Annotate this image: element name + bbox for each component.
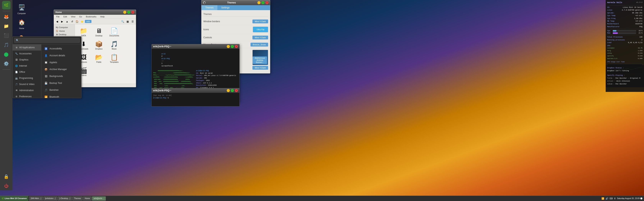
theme-controls-btn[interactable]: Mint-Y-Dark xyxy=(252,36,268,39)
menu-cat-sound[interactable]: 🎵 Sound & Video xyxy=(13,81,41,87)
fm-sidebar-home[interactable]: 🏠 Home xyxy=(55,29,74,33)
menu-cat-office[interactable]: 📄 Office xyxy=(13,69,41,75)
fm-up-btn[interactable]: ▲ xyxy=(65,19,69,23)
fm-file-desktop[interactable]: 🖥 Desktop xyxy=(92,26,106,37)
fm-icon-view-btn[interactable]: ▦ xyxy=(126,19,130,23)
menu-cat-admin[interactable]: 🛠 Administration xyxy=(13,87,41,93)
fm-file-dropbox[interactable]: 📦 Dropbox xyxy=(92,39,106,51)
terminal2-content[interactable]: [Sat Aug 20, 11:09] erik@erik-PSQ:~$ xyxy=(152,93,240,106)
fm-bookmark-btn[interactable]: ⭐ xyxy=(80,19,84,23)
terminal-maximize-btn[interactable]: □ xyxy=(231,45,234,48)
taskbar-btn-desktop[interactable]: [-/Desktop...] xyxy=(58,197,72,201)
sidebar-sep-2 xyxy=(2,69,10,70)
themes-add-themes-btn[interactable]: Add/remove desktop themes... xyxy=(252,56,267,64)
fm-menu-help[interactable]: Help xyxy=(100,15,106,18)
menu-cat-prefs[interactable]: ⚙ Preferences xyxy=(13,93,41,98)
menu-app-accessibility[interactable]: ♿ Accessibility xyxy=(42,45,80,52)
fm-back-btn[interactable]: ◀ xyxy=(55,19,59,23)
sidebar-power[interactable]: ⏻ xyxy=(2,182,10,190)
terminal2-maximize-btn[interactable]: □ xyxy=(231,89,234,92)
sidebar-mint-menu[interactable]: 🌿 xyxy=(2,1,10,9)
terminal-close-btn[interactable]: × xyxy=(235,45,238,48)
app-search-input[interactable] xyxy=(14,38,80,43)
menu-cat-graphics[interactable]: 🖼 Graphics xyxy=(13,57,41,63)
terminal2-minimize-btn[interactable]: - xyxy=(227,89,230,92)
taskbar-updates-icon[interactable]: ⬆ xyxy=(614,197,616,200)
menu-app-backup[interactable]: 💾 Backup Tool xyxy=(42,80,80,87)
file-manager-menu: File Edit View Go Bookmarks Help xyxy=(54,15,136,19)
fm-file-templates[interactable]: 📋 Templates xyxy=(108,53,121,64)
taskbar-network-icon[interactable]: 📶 xyxy=(602,197,604,200)
file-manager-minimize-btn[interactable]: - xyxy=(123,11,126,14)
themes-close-btn[interactable]: × xyxy=(266,1,268,4)
fm-home-btn[interactable]: 🏠 xyxy=(75,19,79,23)
fm-file-data[interactable]: 📁 DATA xyxy=(77,26,90,37)
fm-location-chip[interactable]: erik xyxy=(85,20,92,23)
sysinfo-sep-2 xyxy=(607,29,642,29)
file-manager-maximize-btn[interactable]: □ xyxy=(127,11,130,14)
fm-refresh-btn[interactable]: ↺ xyxy=(70,19,74,23)
fm-file-music[interactable]: 🎵 Music xyxy=(108,39,121,51)
menu-app-account[interactable]: 👤 Account details xyxy=(42,52,80,59)
fm-file-public[interactable]: 📂 Public xyxy=(92,53,106,64)
terminal-minimize-btn[interactable]: - xyxy=(227,45,230,48)
fm-file-documents[interactable]: 📄 Documents xyxy=(108,26,121,37)
sidebar-lock[interactable]: 🔒 xyxy=(2,173,10,181)
menu-app-applets[interactable]: 🔲 Applets xyxy=(42,59,80,66)
sidebar-music[interactable]: 🎵 xyxy=(2,41,10,49)
fm-menu-go[interactable]: Go xyxy=(78,15,83,18)
term-dollar: $ xyxy=(162,63,164,64)
menu-app-archive[interactable]: 📦 Archive Manager xyxy=(42,66,80,73)
theme-window-borders-btn[interactable]: Mint-Y-Dark xyxy=(252,19,268,23)
fm-sidebar-desktop[interactable]: 🖥 Desktop xyxy=(55,33,74,36)
menu-cat-accessories[interactable]: 🔧 Accessories xyxy=(13,50,41,57)
menu-cat-programming[interactable]: 💻 Programming xyxy=(13,75,41,81)
taskbar-sound-icon[interactable]: 🔊 xyxy=(606,197,608,200)
spotify-status-row: Spotify Playing : xyxy=(607,74,642,77)
cat-all-label: All Applications xyxy=(19,46,35,49)
fm-menu-file[interactable]: File xyxy=(56,15,60,18)
cat-net-icon: 🌐 xyxy=(15,64,18,67)
themes-tab-settings[interactable]: Settings xyxy=(217,5,233,10)
theme-icons-preview[interactable]: Ultra-Flat xyxy=(253,27,268,32)
spotify-artist-val: Will Atkinson xyxy=(616,80,630,82)
sysinfo-cpu-bar-row: Cpu 16 % xyxy=(607,30,642,32)
fm-search-btn[interactable]: 🔍 xyxy=(120,19,125,23)
fm-desktop-label: Desktop xyxy=(96,35,102,37)
themes-maximize-btn[interactable]: □ xyxy=(262,1,264,4)
sidebar-terminal[interactable]: ⬛ xyxy=(2,31,10,40)
menu-app-banshee[interactable]: 🎵 Banshee xyxy=(42,87,80,93)
desktop-icon-computer[interactable]: 🖥️ Computer xyxy=(14,2,29,15)
taskbar-btn-erikpsq[interactable]: erik@erik-... xyxy=(92,197,106,201)
menu-cat-internet[interactable]: 🌐 Internet xyxy=(13,63,41,69)
fm-menu-bookmarks[interactable]: Bookmarks xyxy=(85,15,97,18)
fm-menu-view[interactable]: View xyxy=(70,15,76,18)
sidebar-firefox[interactable]: 🦊 xyxy=(2,13,10,21)
spotify-artist-key: Artist : xyxy=(607,80,616,82)
fm-list-view-btn[interactable]: ☰ xyxy=(130,19,135,23)
file-manager-close-btn[interactable]: × xyxy=(131,11,134,14)
themes-tab-themes[interactable]: Themes xyxy=(202,5,217,10)
menu-app-backgrounds[interactable]: 🖼 Backgrounds xyxy=(42,73,80,80)
taskbar-btn-erikdubi[interactable]: [erikduboi...] xyxy=(43,197,57,201)
theme-desktop-value-btn[interactable]: Mint-Y-Dark xyxy=(252,66,268,70)
taskbar-btn-themes[interactable]: Themes xyxy=(72,197,82,201)
taskbar-mint-button[interactable]: 🌿 Linux Mint 18 Cinnamon xyxy=(0,196,28,201)
terminal2-close-btn[interactable]: × xyxy=(235,89,238,92)
sidebar-spotify[interactable]: ⬤ xyxy=(2,50,10,59)
fm-sidebar-desktop-label: Desktop xyxy=(59,33,66,36)
sidebar-files[interactable]: 📁 xyxy=(2,22,10,30)
desktop-icon-home[interactable]: 🏠 Home xyxy=(14,17,29,30)
theme-mouse-pointer-btn[interactable]: Breeze_Snow xyxy=(250,43,268,46)
themes-minimize-btn[interactable]: - xyxy=(258,1,260,4)
fm-forward-btn[interactable]: ▶ xyxy=(60,19,64,23)
fm-menu-edit[interactable]: Edit xyxy=(63,15,68,18)
themes-back-btn[interactable]: ◀ xyxy=(203,1,206,4)
taskbar-keyboard-icon[interactable]: ⌨ xyxy=(610,197,613,200)
taskbar-btn-home[interactable]: Home xyxy=(83,197,92,201)
menu-cat-all[interactable]: ⊞ All Applications xyxy=(13,44,41,50)
archive-label: Archive Manager xyxy=(50,68,67,71)
menu-app-bluetooth[interactable]: 📶 Bluetooth xyxy=(42,93,80,98)
taskbar-btn-will[interactable]: [Will Atkin...] xyxy=(29,197,43,201)
sidebar-settings[interactable]: ⚙️ xyxy=(2,59,10,68)
